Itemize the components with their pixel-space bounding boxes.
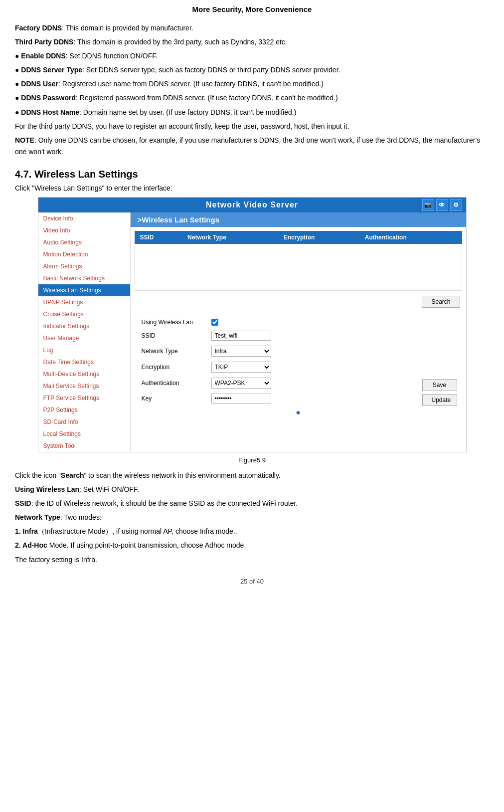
sidebar-item-basic-network-settings[interactable]: Basic Network Settings	[38, 272, 130, 284]
factory-ddns-desc: : This domain is provided by manufacture…	[62, 24, 193, 32]
after-line3-bold: SSID	[15, 499, 31, 507]
label-wireless-lan: Using Wireless Lan	[142, 319, 211, 326]
form-row-key: Key	[135, 391, 422, 406]
table-row-empty	[135, 243, 462, 290]
sidebar-item-p2p-settings[interactable]: P2P Settings	[38, 404, 130, 416]
bullet4-desc: : Registered password from DDNS server. …	[76, 94, 338, 102]
sidebar-item-date-time-settings[interactable]: Date Time Settings	[38, 356, 130, 368]
sidebar-item-audio-settings[interactable]: Audio Settings	[38, 236, 130, 248]
table-header-authentication: Authentication	[359, 231, 462, 243]
select-network-type[interactable]: Infra Ad-Hoc	[211, 346, 271, 357]
ui-header: Network Video Server 📷 👁 ⚙	[38, 198, 466, 212]
sidebar-item-multi-device-settings[interactable]: Multi-Device Settings	[38, 368, 130, 380]
bullet3-bold: ● DDNS User	[15, 80, 58, 88]
after-content: Click the icon “Search” to scan the wire…	[15, 470, 489, 566]
after-line5-bold: 1. Infra	[15, 527, 38, 535]
after-line7: The factory setting is Infra.	[15, 554, 489, 566]
ui-sidebar: Device InfoVideo InfoAudio SettingsMotio…	[38, 212, 131, 452]
bullet1-bold: ● Enable DDNS	[15, 52, 66, 60]
figure-caption: Figure5.9	[15, 456, 489, 464]
ui-main-title: >Wireless Lan Settings	[131, 212, 466, 227]
search-btn-row: Search	[135, 296, 462, 308]
sidebar-item-log[interactable]: Log	[38, 344, 130, 356]
note-desc: : Only one DDNS can be chosen, for examp…	[15, 136, 480, 156]
ui-screenshot: Network Video Server 📷 👁 ⚙ Device InfoVi…	[38, 197, 467, 452]
select-encryption[interactable]: TKIP AES	[211, 362, 271, 373]
form-fields: Using Wireless Lan SSID Network Type	[135, 316, 422, 406]
bullet2-desc: : Set DDNS server type, such as factory …	[82, 66, 340, 74]
update-button[interactable]: Update	[422, 394, 457, 406]
bullet1-desc: : Set DDNS function ON/OFF.	[66, 52, 158, 60]
select-authentication[interactable]: WPA2-PSK WPA-PSK WEP	[211, 378, 271, 389]
form-divider	[135, 313, 462, 313]
sidebar-item-mail-service-settings[interactable]: Mail Service Settings	[38, 380, 130, 392]
page-footer: 25 of 40	[15, 578, 489, 585]
table-header-encryption: Encryption	[278, 231, 359, 243]
sidebar-item-alarm-settings[interactable]: Alarm Settings	[38, 260, 130, 272]
ui-body: Device InfoVideo InfoAudio SettingsMotio…	[38, 212, 466, 452]
page-title: More Security, More Convenience	[15, 5, 489, 13]
sidebar-item-sd-card-info[interactable]: SD-Card Info	[38, 416, 130, 428]
label-encryption: Encryption	[142, 364, 211, 371]
form-row-encryption: Encryption TKIP AES	[135, 359, 422, 375]
after-line5-desc: （Infrastructure Mode）, if using normal A…	[38, 527, 237, 535]
sidebar-item-cruise-settings[interactable]: Cruise Settings	[38, 308, 130, 320]
input-ssid[interactable]	[211, 331, 271, 341]
sidebar-item-device-info[interactable]: Device Info	[38, 212, 130, 224]
sidebar-item-local-settings[interactable]: Local Settings	[38, 428, 130, 440]
sidebar-item-system-tool[interactable]: System Tool	[38, 440, 130, 452]
sidebar-item-video-info[interactable]: Video Info	[38, 224, 130, 236]
ui-main: >Wireless Lan Settings SSID Network Type…	[131, 212, 466, 452]
after-line1-bold: Search	[61, 471, 84, 479]
form-row-authentication: Authentication WPA2-PSK WPA-PSK WEP	[135, 375, 422, 391]
bullet5-desc: : Domain name set by user. (If use facto…	[79, 108, 296, 116]
bullet3-desc: : Registered user name from DDNS server.…	[58, 80, 324, 88]
after-line6-bold: 2. Ad-Hoc	[15, 541, 47, 549]
ui-main-content: SSID Network Type Encryption Authenticat…	[131, 227, 466, 423]
form-actions: Save Update	[422, 316, 462, 406]
label-authentication: Authentication	[142, 380, 211, 387]
bullet5-bold: ● DDNS Host Name	[15, 108, 79, 116]
checkbox-wireless-lan[interactable]	[211, 319, 218, 326]
label-network-type: Network Type	[142, 348, 211, 355]
form-row-wireless: Using Wireless Lan	[135, 316, 422, 328]
wireless-table: SSID Network Type Encryption Authenticat…	[135, 231, 462, 291]
section-heading: 4.7. Wireless Lan Settings	[15, 169, 489, 180]
header-icon-camera[interactable]: 📷	[422, 199, 434, 211]
sidebar-item-motion-detection[interactable]: Motion Detection	[38, 248, 130, 260]
factory-ddns-label: Factory DDNS	[15, 24, 62, 32]
after-line4-bold: Network Type	[15, 513, 60, 521]
third-party-ddns-label: Third Party DDNS	[15, 38, 73, 46]
search-button[interactable]: Search	[422, 296, 460, 308]
table-header-ssid: SSID	[135, 231, 182, 243]
bullet2-bold: ● DDNS Server Type	[15, 66, 82, 74]
sidebar-item-user-manage[interactable]: User Manage	[38, 332, 130, 344]
sidebar-item-ftp-service-settings[interactable]: FTP Service Settings	[38, 392, 130, 404]
note-bold: NOTE	[15, 136, 34, 144]
input-key[interactable]	[211, 394, 271, 404]
bullet4-bold: ● DDNS Password	[15, 94, 76, 102]
label-ssid: SSID	[142, 332, 211, 339]
save-button[interactable]: Save	[422, 379, 457, 391]
sidebar-item-upnp-settings[interactable]: UPNP Settings	[38, 296, 130, 308]
header-icon-eye[interactable]: 👁	[436, 199, 448, 211]
sidebar-item-wireless-lan-settings[interactable]: Wireless Lan Settings	[38, 284, 130, 296]
bottom-dot: ●	[135, 406, 462, 419]
ui-header-title: Network Video Server	[206, 201, 298, 209]
form-row-ssid: SSID	[135, 328, 422, 343]
table-header-network-type: Network Type	[182, 231, 279, 243]
intro-content: Factory DDNS: This domain is provided by…	[15, 22, 489, 158]
form-row-network-type: Network Type Infra Ad-Hoc	[135, 343, 422, 359]
after-line4-desc: : Two modes:	[60, 513, 102, 521]
after-line6-desc: Mode. If using point-to-point transmissi…	[47, 541, 246, 549]
third-party-ddns-desc: : This domain is provided by the 3rd par…	[73, 38, 287, 46]
after-line1-prefix: Click the icon “	[15, 471, 61, 479]
after-line2-desc: : Set WiFi ON/OFF.	[79, 485, 139, 493]
third-party-note: For the third party DDNS, you have to re…	[15, 121, 489, 132]
header-icon-settings[interactable]: ⚙	[450, 199, 462, 211]
after-line2-bold: Using Wireless Lan	[15, 485, 79, 493]
form-bottom-area: Using Wireless Lan SSID Network Type	[135, 316, 462, 406]
sidebar-item-indicator-settings[interactable]: Indicator Settings	[38, 320, 130, 332]
section-intro: Click "Wireless Lan Settings" to enter t…	[15, 184, 489, 192]
ui-header-icons: 📷 👁 ⚙	[422, 199, 462, 211]
